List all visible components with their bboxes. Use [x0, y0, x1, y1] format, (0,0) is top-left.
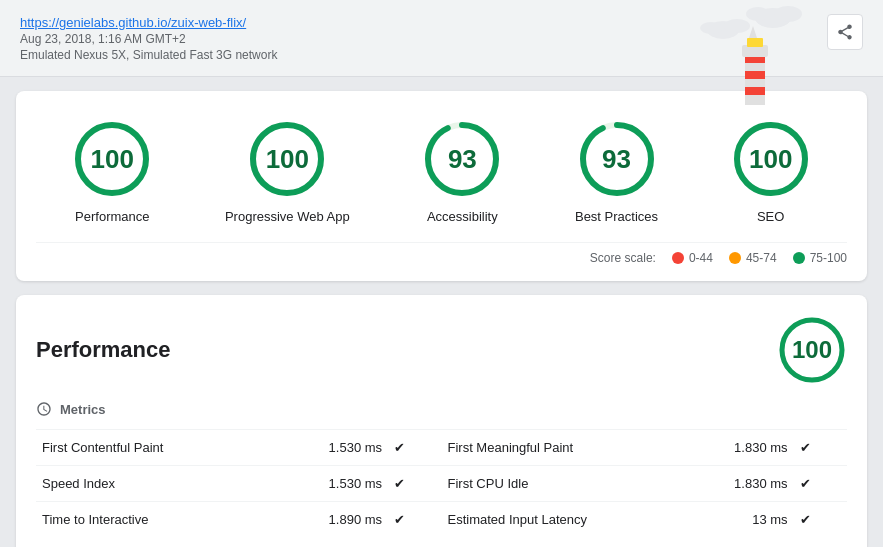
perf-header: Performance 100	[36, 315, 847, 385]
metric-value-si: 1.530 ms	[236, 466, 388, 502]
metrics-header: Metrics	[36, 401, 847, 417]
score-value-seo: 100	[749, 144, 792, 175]
scale-green: 75-100	[793, 251, 847, 265]
svg-point-1	[774, 6, 802, 22]
check-icon-fmp: ✔	[794, 430, 847, 466]
metric-value-fcp: 1.530 ms	[236, 430, 388, 466]
score-circle-seo: 100	[731, 119, 811, 199]
scale-red: 0-44	[672, 251, 713, 265]
svg-rect-8	[745, 71, 765, 79]
share-button[interactable]	[827, 14, 863, 50]
score-label-pwa: Progressive Web App	[225, 209, 350, 224]
metrics-header-label: Metrics	[60, 402, 106, 417]
score-scale-label: Score scale:	[590, 251, 656, 265]
svg-point-2	[746, 7, 770, 21]
score-value-best-practices: 93	[602, 144, 631, 175]
check-icon-eil: ✔	[794, 502, 847, 538]
svg-rect-9	[745, 87, 765, 95]
score-value-accessibility: 93	[448, 144, 477, 175]
score-label-accessibility: Accessibility	[427, 209, 498, 224]
table-row: Time to Interactive 1.890 ms ✔ Estimated…	[36, 502, 847, 538]
scale-green-label: 75-100	[810, 251, 847, 265]
dot-green	[793, 252, 805, 264]
metric-name-si[interactable]: Speed Index	[36, 466, 236, 502]
lighthouse-illustration	[693, 0, 813, 110]
check-icon-si: ✔	[388, 466, 441, 502]
score-circle-accessibility: 93	[422, 119, 502, 199]
metric-name-tti[interactable]: Time to Interactive	[36, 502, 236, 538]
perf-title: Performance	[36, 337, 171, 363]
metric-name-eil[interactable]: Estimated Input Latency	[441, 502, 641, 538]
score-label-performance: Performance	[75, 209, 149, 224]
dot-red	[672, 252, 684, 264]
top-bar: https://genielabs.github.io/zuix-web-fli…	[0, 0, 883, 77]
check-icon-tti: ✔	[388, 502, 441, 538]
estimated-note: Values are estimated and may vary.	[36, 537, 847, 547]
metric-value-fci: 1.830 ms	[641, 466, 793, 502]
metric-name-fmp[interactable]: First Meaningful Paint	[441, 430, 641, 466]
url-link[interactable]: https://genielabs.github.io/zuix-web-fli…	[20, 15, 246, 30]
metric-name-fcp[interactable]: First Contentful Paint	[36, 430, 236, 466]
score-label-best-practices: Best Practices	[575, 209, 658, 224]
performance-section: Performance 100 Metrics First Contentful…	[16, 295, 867, 547]
table-row: First Contentful Paint 1.530 ms ✔ First …	[36, 430, 847, 466]
metric-value-tti: 1.890 ms	[236, 502, 388, 538]
svg-marker-12	[749, 26, 757, 38]
table-row: Speed Index 1.530 ms ✔ First CPU Idle 1.…	[36, 466, 847, 502]
score-best-practices: 93 Best Practices	[575, 119, 658, 224]
scale-orange-label: 45-74	[746, 251, 777, 265]
score-circle-best-practices: 93	[577, 119, 657, 199]
score-performance: 100 Performance	[72, 119, 152, 224]
svg-rect-11	[747, 38, 763, 47]
metric-name-fci[interactable]: First CPU Idle	[441, 466, 641, 502]
score-value-performance: 100	[91, 144, 134, 175]
score-label-seo: SEO	[757, 209, 784, 224]
dot-orange	[729, 252, 741, 264]
perf-score-value: 100	[792, 336, 832, 364]
score-pwa: 100 Progressive Web App	[225, 119, 350, 224]
scores-card: 100 Performance 100 Progressive Web App	[16, 91, 867, 281]
metric-value-fmp: 1.830 ms	[641, 430, 793, 466]
check-icon-fci: ✔	[794, 466, 847, 502]
score-circle-performance: 100	[72, 119, 152, 199]
score-accessibility: 93 Accessibility	[422, 119, 502, 224]
scale-red-label: 0-44	[689, 251, 713, 265]
score-circle-pwa: 100	[247, 119, 327, 199]
scores-row: 100 Performance 100 Progressive Web App	[36, 119, 847, 224]
perf-score-circle: 100	[777, 315, 847, 385]
score-scale: Score scale: 0-44 45-74 75-100	[36, 242, 847, 265]
scale-orange: 45-74	[729, 251, 777, 265]
metric-value-eil: 13 ms	[641, 502, 793, 538]
check-icon-fcp: ✔	[388, 430, 441, 466]
score-seo: 100 SEO	[731, 119, 811, 224]
score-value-pwa: 100	[266, 144, 309, 175]
metrics-table: First Contentful Paint 1.530 ms ✔ First …	[36, 429, 847, 537]
clock-icon	[36, 401, 52, 417]
svg-point-5	[700, 22, 722, 34]
svg-point-4	[724, 19, 750, 33]
